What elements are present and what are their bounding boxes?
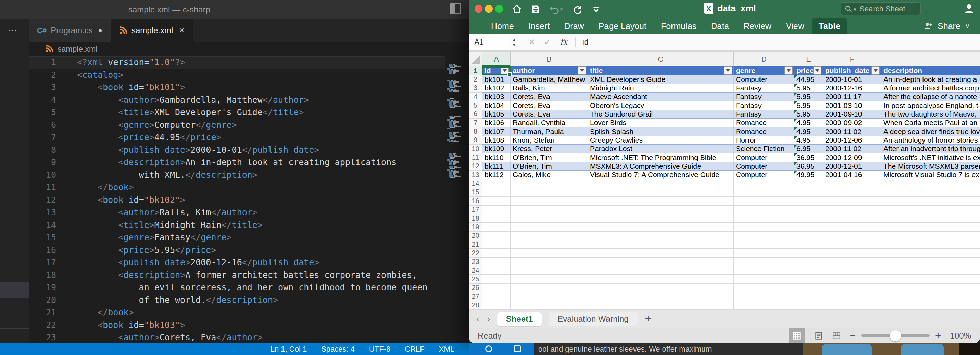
- empty-cell[interactable]: [794, 232, 823, 240]
- empty-cell[interactable]: [482, 292, 511, 301]
- cell[interactable]: 2000-11-02: [823, 127, 881, 136]
- empty-cell[interactable]: [511, 214, 588, 223]
- code-line[interactable]: 15 <genre>Fantasy</genre>: [29, 231, 445, 244]
- cell[interactable]: After an inadvertant trip throug: [881, 145, 980, 153]
- name-box-stepper[interactable]: ▲▼: [509, 34, 519, 50]
- empty-cell[interactable]: [823, 214, 881, 223]
- cell[interactable]: O'Brien, Tim: [511, 162, 588, 171]
- empty-cell[interactable]: [823, 284, 881, 292]
- status-item[interactable]: Ln 1, Col 1: [270, 345, 307, 353]
- cell[interactable]: Galos, Mike: [511, 171, 588, 179]
- empty-cell[interactable]: [482, 223, 511, 231]
- column-header-C[interactable]: C: [588, 52, 734, 66]
- cell[interactable]: bk111: [482, 162, 511, 171]
- normal-view-button[interactable]: [789, 328, 805, 344]
- cell[interactable]: The Sundered Grail: [588, 110, 734, 118]
- cell[interactable]: Fantasy: [734, 101, 794, 110]
- more-actions-icon[interactable]: ⋯: [8, 25, 18, 36]
- cell[interactable]: 5.95: [794, 84, 823, 93]
- row-number[interactable]: 14: [469, 179, 482, 188]
- empty-cell[interactable]: [794, 223, 823, 231]
- empty-cell[interactable]: [734, 249, 794, 257]
- code-line[interactable]: 14 <title>Midnight Rain</title>: [29, 219, 445, 232]
- empty-cell[interactable]: [482, 249, 511, 257]
- cell[interactable]: 5.95: [794, 101, 823, 110]
- cell[interactable]: 2001-03-10: [823, 101, 881, 110]
- page-layout-view-button[interactable]: [811, 328, 827, 344]
- cell[interactable]: 2000-12-09: [823, 153, 881, 162]
- empty-cell[interactable]: [588, 240, 734, 249]
- empty-cell[interactable]: [881, 249, 980, 257]
- header-cell-price[interactable]: price: [794, 67, 823, 75]
- code-line[interactable]: 6 <genre>Computer</genre>: [29, 119, 445, 131]
- cell[interactable]: Corets, Eva: [511, 101, 588, 110]
- empty-cell[interactable]: [881, 258, 980, 266]
- cell[interactable]: 2000-12-06: [823, 136, 881, 145]
- empty-cell[interactable]: [794, 188, 823, 197]
- cell[interactable]: Maeve Ascendant: [588, 93, 734, 101]
- empty-cell[interactable]: [734, 223, 794, 231]
- empty-cell[interactable]: [511, 249, 588, 257]
- enter-icon[interactable]: ✓: [544, 37, 551, 47]
- empty-cell[interactable]: [823, 223, 881, 231]
- cell[interactable]: bk108: [482, 136, 511, 145]
- empty-cell[interactable]: [734, 197, 794, 205]
- cell[interactable]: XML Developer's Guide: [588, 75, 734, 84]
- cell[interactable]: 44.95: [794, 75, 823, 84]
- row-number[interactable]: 27: [469, 292, 482, 301]
- cell[interactable]: Romance: [734, 127, 794, 136]
- row-number[interactable]: 17: [469, 206, 482, 214]
- row-number[interactable]: 21: [469, 240, 482, 249]
- empty-cell[interactable]: [823, 188, 881, 197]
- ribbon-tab-draw[interactable]: Draw: [557, 18, 591, 34]
- add-sheet-button[interactable]: +: [645, 312, 652, 325]
- empty-cell[interactable]: [511, 266, 588, 275]
- share-button[interactable]: Share ∨: [923, 18, 970, 34]
- cell[interactable]: bk103: [482, 93, 511, 101]
- empty-cell[interactable]: [588, 223, 734, 231]
- code-line[interactable]: 16 <price>5.95</price>: [29, 244, 445, 257]
- cell[interactable]: MSXML3: A Comprehensive Guide: [588, 162, 734, 171]
- cell[interactable]: Gambardella, Matthew: [511, 75, 588, 84]
- name-box[interactable]: A1: [469, 34, 509, 50]
- empty-cell[interactable]: [881, 292, 980, 301]
- editor-tab-sample-xml[interactable]: sample.xml×: [111, 19, 193, 42]
- empty-cell[interactable]: [588, 266, 734, 275]
- empty-cell[interactable]: [881, 179, 980, 188]
- empty-cell[interactable]: [823, 249, 881, 257]
- page-break-view-button[interactable]: [829, 328, 845, 344]
- empty-cell[interactable]: [734, 266, 794, 275]
- filter-dropdown-icon[interactable]: [872, 67, 880, 75]
- cell[interactable]: 5.95: [794, 110, 823, 118]
- empty-cell[interactable]: [881, 223, 980, 231]
- header-cell-publish_date[interactable]: publish_date: [823, 67, 881, 75]
- empty-cell[interactable]: [588, 292, 734, 301]
- empty-cell[interactable]: [511, 232, 588, 240]
- cell[interactable]: Midnight Rain: [588, 84, 734, 93]
- row-number[interactable]: 2: [469, 75, 482, 84]
- formula-input[interactable]: id: [582, 38, 589, 47]
- cell[interactable]: 2000-12-01: [823, 162, 881, 171]
- maximize-button[interactable]: [495, 5, 503, 13]
- header-cell-author[interactable]: author: [511, 67, 588, 75]
- cell[interactable]: Knorr, Stefan: [511, 136, 588, 145]
- empty-cell[interactable]: [881, 214, 980, 223]
- code-line[interactable]: 1<?xml version="1.0"?>: [29, 56, 445, 69]
- row-number[interactable]: 24: [469, 266, 482, 275]
- empty-cell[interactable]: [588, 179, 734, 188]
- empty-cell[interactable]: [794, 266, 823, 275]
- row-number[interactable]: 22: [469, 249, 482, 257]
- empty-cell[interactable]: [794, 301, 823, 309]
- cell[interactable]: bk109: [482, 145, 511, 153]
- row-number[interactable]: 15: [469, 188, 482, 197]
- cell[interactable]: In post-apocalypse England, t: [881, 101, 980, 110]
- empty-cell[interactable]: [823, 232, 881, 240]
- cell[interactable]: Microsoft Visual Studio 7 is ex: [881, 171, 980, 179]
- ribbon-tab-table[interactable]: Table: [811, 18, 848, 34]
- cell[interactable]: bk110: [482, 153, 511, 162]
- cell[interactable]: 2000-09-02: [823, 118, 881, 127]
- cell[interactable]: Creepy Crawlies: [588, 136, 734, 145]
- cell[interactable]: bk101: [482, 75, 511, 84]
- cell[interactable]: Horror: [734, 136, 794, 145]
- row-number[interactable]: 23: [469, 258, 482, 266]
